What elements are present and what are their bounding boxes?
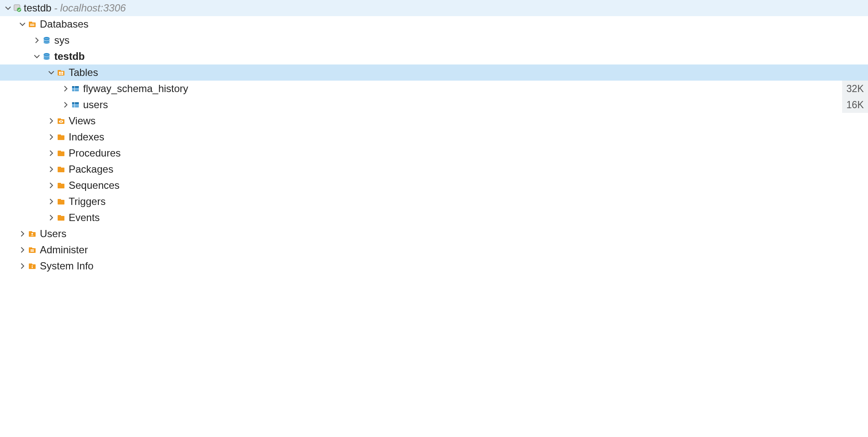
packages-folder-icon [56,164,66,174]
chevron-right-icon[interactable] [18,229,27,238]
tree-row-table[interactable]: flyway_schema_history 32K [0,81,868,97]
tree-row-db-testdb[interactable]: testdb [0,48,868,64]
tree-row-views[interactable]: Views [0,113,868,129]
events-folder-icon [56,213,66,223]
sequences-folder-icon [56,180,66,190]
chevron-right-icon[interactable] [47,148,56,158]
administer-label: Administer [40,244,88,256]
tree-row-table[interactable]: users 16K [0,97,868,113]
db-testdb-label: testdb [54,50,85,62]
chevron-down-icon[interactable] [32,52,42,61]
tree-row-db-sys[interactable]: sys [0,32,868,48]
indexes-label: Indexes [69,131,104,143]
chevron-right-icon[interactable] [47,197,56,206]
tree-row-databases[interactable]: Databases [0,16,868,32]
chevron-right-icon[interactable] [47,181,56,190]
tree-row-administer[interactable]: Administer [0,242,868,258]
tree-row-procedures[interactable]: Procedures [0,145,868,161]
db-sys-label: sys [54,34,70,46]
tree-row-system-info[interactable]: System Info [0,258,868,274]
connection-host: - localhost:3306 [54,2,125,14]
database-icon [42,35,52,45]
tables-label: Tables [69,67,98,78]
chevron-down-icon[interactable] [3,3,13,13]
table-name: users [83,99,108,111]
procedures-label: Procedures [69,147,121,159]
system-info-label: System Info [40,260,94,272]
administer-folder-icon [27,245,37,255]
tree-row-indexes[interactable]: Indexes [0,129,868,145]
table-icon [70,84,81,94]
chevron-right-icon[interactable] [47,132,56,142]
table-name: flyway_schema_history [83,83,188,95]
sequences-label: Sequences [69,179,120,191]
chevron-down-icon[interactable] [47,68,56,77]
chevron-down-icon[interactable] [18,20,27,29]
chevron-right-icon[interactable] [47,165,56,174]
table-size: 16K [842,97,868,113]
tree-row-events[interactable]: Events [0,210,868,226]
triggers-folder-icon [56,196,66,207]
system-info-folder-icon [27,261,37,271]
users-folder-icon [27,229,37,239]
connection-icon [13,3,22,13]
indexes-folder-icon [56,132,66,142]
events-label: Events [69,212,100,224]
procedures-folder-icon [56,148,66,158]
tree-row-connection[interactable]: testdb - localhost:3306 [0,0,868,16]
users-label: Users [40,228,67,240]
views-folder-icon [56,116,66,126]
chevron-right-icon[interactable] [61,84,70,93]
tree-row-packages[interactable]: Packages [0,161,868,177]
table-size: 32K [842,81,868,97]
database-icon [42,51,52,62]
connection-name: testdb [24,2,51,14]
tables-folder-icon [56,67,66,78]
table-icon [70,100,81,110]
chevron-right-icon[interactable] [47,213,56,222]
packages-label: Packages [69,163,113,175]
tree-row-users[interactable]: Users [0,226,868,242]
chevron-right-icon[interactable] [18,261,27,271]
tree-row-sequences[interactable]: Sequences [0,177,868,193]
tree-row-triggers[interactable]: Triggers [0,193,868,210]
chevron-right-icon[interactable] [61,100,70,109]
chevron-right-icon[interactable] [47,116,56,126]
triggers-label: Triggers [69,196,106,207]
chevron-right-icon[interactable] [32,36,42,45]
databases-folder-icon [27,19,37,29]
chevron-right-icon[interactable] [18,245,27,255]
tree-row-tables[interactable]: Tables [0,64,868,81]
databases-label: Databases [40,18,89,30]
views-label: Views [69,115,96,127]
